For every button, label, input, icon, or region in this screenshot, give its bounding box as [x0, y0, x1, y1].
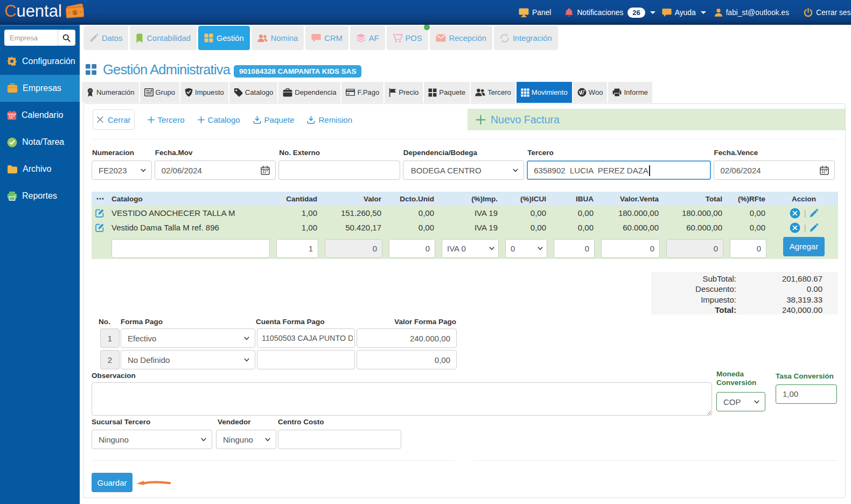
- tab-label: Recepción: [449, 34, 486, 43]
- tab-pos[interactable]: POS: [387, 26, 428, 50]
- subtab-woo[interactable]: Woo: [573, 82, 608, 103]
- column-header-total: Total: [663, 195, 727, 203]
- subtab-paquete[interactable]: Paquete: [424, 82, 470, 103]
- sucursal-select[interactable]: Ninguno: [92, 430, 212, 449]
- observacion-textarea[interactable]: [92, 382, 712, 416]
- new-invoice-banner[interactable]: Nuevo Factura: [468, 109, 845, 130]
- nav-logout[interactable]: Cerrar sesión: [804, 8, 851, 17]
- total-row: Total:240,000.00: [651, 305, 838, 315]
- delete-item-icon[interactable]: [790, 222, 800, 233]
- sidebar-item-archivo[interactable]: Archivo: [0, 156, 80, 183]
- sidebar-item-label: Archivo: [23, 164, 51, 174]
- company-search-input[interactable]: [4, 30, 58, 46]
- tercero-button[interactable]: Tercero: [148, 115, 185, 124]
- no-externo-input[interactable]: [279, 161, 400, 179]
- cuenta-forma-pago-input[interactable]: [257, 329, 354, 347]
- subtab-dependencia[interactable]: Dependencia: [278, 82, 340, 103]
- flag-icon: [389, 88, 396, 97]
- sidebar-item-empresas[interactable]: Empresas: [0, 75, 80, 102]
- fecha-mov-input[interactable]: [155, 161, 276, 179]
- tab-recepcion[interactable]: Recepción: [430, 26, 492, 50]
- tercero-input[interactable]: [528, 162, 709, 179]
- award-icon: [86, 88, 94, 97]
- tab-contabilidad[interactable]: Contabilidad: [130, 26, 197, 50]
- forma-pago-select[interactable]: No Definido: [121, 350, 255, 369]
- tab-gestion[interactable]: Gestión: [198, 26, 250, 50]
- forma-pago-select[interactable]: Efectivo: [121, 328, 255, 348]
- edit-item-icon[interactable]: [810, 223, 818, 232]
- valor-forma-pago-input[interactable]: [357, 351, 456, 369]
- edit-item-icon[interactable]: [92, 208, 108, 218]
- status-dot: [424, 24, 430, 30]
- new-ibua-input[interactable]: [554, 240, 594, 257]
- new-icui-select[interactable]: 0: [505, 239, 547, 258]
- new-cantidad-input[interactable]: [277, 240, 318, 257]
- item-valor-venta: 180.000,00: [598, 208, 663, 218]
- tab-label: Datos: [102, 34, 122, 43]
- nav-user-account[interactable]: fabi_st@outlook.es: [714, 8, 790, 17]
- subtab-numeracion[interactable]: Numeración: [82, 82, 139, 103]
- search-button[interactable]: [58, 30, 75, 46]
- subtab-informe[interactable]: Informe: [608, 82, 652, 103]
- new-dcto-input[interactable]: [389, 240, 435, 257]
- grid9-icon: [521, 88, 529, 97]
- nav-panel[interactable]: Panel: [519, 8, 551, 17]
- subtab-precio[interactable]: Precio: [385, 82, 423, 103]
- new-valor-venta-input[interactable]: [602, 240, 659, 257]
- ellipsis-icon: [92, 198, 108, 200]
- tab-datos[interactable]: Datos: [83, 26, 128, 50]
- remision-button[interactable]: Remision: [307, 115, 352, 124]
- edit-item-icon[interactable]: [810, 209, 818, 218]
- pencil-icon: [89, 33, 99, 43]
- valor-forma-pago-input[interactable]: [357, 329, 456, 347]
- sidebar-item-configuracion[interactable]: Configuración: [0, 48, 80, 75]
- paquete-button[interactable]: Paquete: [253, 115, 295, 124]
- new-valor-input[interactable]: [325, 240, 382, 257]
- tasa-conversion-input[interactable]: [776, 385, 836, 403]
- nav-help[interactable]: Ayuda: [662, 8, 706, 17]
- sidebar-item-nota-tarea[interactable]: Nota/Tarea: [0, 129, 80, 156]
- edit-item-icon[interactable]: [92, 223, 108, 232]
- sidebar-item-calendario[interactable]: Calendario: [0, 102, 80, 129]
- tab-integracion[interactable]: Integración: [494, 26, 558, 50]
- moneda-value: COP: [723, 397, 754, 407]
- bookmark-icon: [136, 33, 143, 43]
- sucursal-value: Ninguno: [99, 435, 201, 444]
- tab-crm[interactable]: CRM: [305, 26, 348, 50]
- tab-nomina[interactable]: Nomina: [252, 26, 304, 50]
- moneda-conversion-select[interactable]: COP: [716, 392, 765, 411]
- numeracion-select[interactable]: FE2023: [92, 160, 152, 180]
- cerrar-button[interactable]: Cerrar: [93, 109, 135, 130]
- dependencia-bodega-select[interactable]: BODEGA CENTRO: [403, 160, 525, 180]
- new-catalogo-input[interactable]: [112, 240, 269, 257]
- subtab-catalogo[interactable]: Catalogo: [229, 82, 277, 103]
- item-valor: 151.260,50: [322, 208, 386, 218]
- nav-notifications[interactable]: Notificaciones26: [564, 8, 655, 18]
- brand-logo[interactable]: Cuental S: [4, 2, 86, 21]
- input-row-cell: [386, 239, 438, 258]
- subtab-grupo[interactable]: Grupo: [140, 82, 179, 103]
- new-total-input[interactable]: [667, 240, 723, 257]
- new-rfte-input[interactable]: [730, 240, 766, 257]
- subtab-impuesto[interactable]: Impuesto: [180, 82, 228, 103]
- cuenta-forma-pago-input[interactable]: [257, 351, 354, 369]
- add-item-button[interactable]: Agregar: [783, 237, 825, 256]
- tab-af[interactable]: AF: [350, 26, 385, 50]
- column-header-catalogo: Catalogo: [108, 195, 273, 203]
- save-button[interactable]: Guardar: [92, 473, 132, 492]
- new-imp-select[interactable]: IVA 0: [442, 239, 499, 258]
- vendedor-select[interactable]: Ninguno: [216, 430, 276, 449]
- brand-accent-letter: C: [4, 2, 16, 20]
- delete-item-icon[interactable]: [790, 208, 800, 219]
- grid-large-icon: [428, 88, 437, 97]
- subtab-tercero[interactable]: Tercero: [471, 82, 515, 103]
- sidebar-item-label: Empresas: [23, 83, 61, 93]
- subtab-f-pago[interactable]: F.Pago: [341, 82, 383, 103]
- subtab-movimiento[interactable]: Movimiento: [517, 82, 572, 103]
- catalogo-button[interactable]: Catalogo: [198, 115, 240, 124]
- centro-costo-input[interactable]: [278, 430, 401, 449]
- subtab-label: Dependencia: [295, 88, 336, 96]
- fecha-vence-input[interactable]: [714, 161, 835, 179]
- sidebar-item-reportes[interactable]: Reportes: [0, 183, 80, 209]
- tab-label: POS: [406, 34, 422, 43]
